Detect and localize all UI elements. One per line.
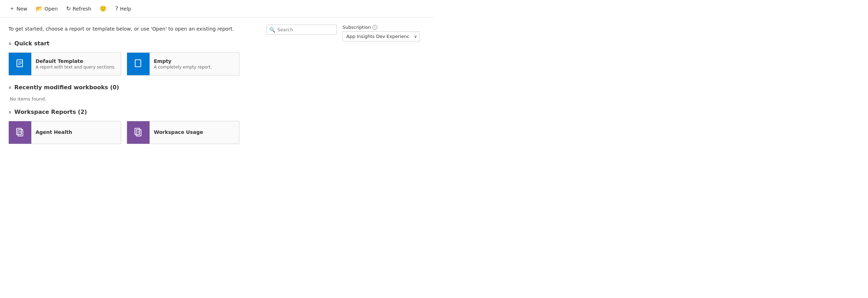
workspace-reports-header[interactable]: ∧ Workspace Reports (2) [8,109,426,115]
default-template-card[interactable]: Default Template A report with text and … [8,52,121,76]
workspace-usage-icon-box [127,121,150,144]
plus-icon: ＋ [9,5,15,12]
folder-icon: 📂 [36,5,43,12]
empty-icon-box [127,53,150,75]
empty-title: Empty [154,58,235,64]
new-label: New [17,6,27,12]
help-label: Help [120,6,131,12]
refresh-label: Refresh [73,6,91,12]
subscription-label-text: Subscription [342,25,371,30]
subscription-select[interactable]: App Insights Dev Experience [342,31,420,41]
refresh-icon: ↻ [66,5,71,12]
workspace-reports-cards: Agent Health Workspace Usage [8,121,426,144]
workspace-usage-title: Workspace Usage [154,129,235,135]
recently-modified-chevron-icon: ∧ [8,85,12,90]
empty-body: Empty A completely empty report. [150,55,239,73]
workspace-doc-icon [14,127,26,138]
empty-card[interactable]: Empty A completely empty report. [127,52,239,76]
recently-modified-title: Recently modified workbooks (0) [14,84,119,91]
default-template-title: Default Template [36,58,117,64]
workspace-usage-body: Workspace Usage [150,126,239,139]
search-input[interactable] [266,25,337,35]
subscription-label: Subscription i [342,25,420,30]
subscription-info-icon[interactable]: i [372,25,377,30]
quick-start-cards: Default Template A report with text and … [8,52,426,76]
recently-modified-header[interactable]: ∧ Recently modified workbooks (0) [8,84,426,91]
empty-document-icon [133,58,144,70]
quick-start-section: ∧ Quick start Default Template [8,40,426,76]
default-template-subtitle: A report with text and query sections. [36,65,117,70]
workspace-reports-section: ∧ Workspace Reports (2) Agent Health [8,109,426,144]
controls-row: 🔍 Subscription i App Insights Dev Experi… [266,25,420,41]
quick-start-title: Quick start [14,40,50,47]
recently-modified-section: ∧ Recently modified workbooks (0) No ite… [8,84,426,102]
workspace-reports-title: Workspace Reports (2) [14,109,87,115]
subscription-group: Subscription i App Insights Dev Experien… [342,25,420,41]
open-button[interactable]: 📂 Open [32,3,61,14]
refresh-button[interactable]: ↻ Refresh [63,3,95,14]
subscription-select-wrapper: App Insights Dev Experience ∨ [342,31,420,41]
workspace-reports-chevron-icon: ∧ [8,110,12,115]
default-template-body: Default Template A report with text and … [31,55,121,73]
agent-health-title: Agent Health [36,129,117,135]
agent-health-card[interactable]: Agent Health [8,121,121,144]
main-content: To get started, choose a report or templ… [0,18,434,161]
agent-health-body: Agent Health [31,126,121,139]
help-button[interactable]: 🙂 [96,3,110,14]
document-icon [14,58,26,70]
open-label: Open [45,6,58,12]
agent-health-icon-box [9,121,31,144]
new-button[interactable]: ＋ New [6,3,31,14]
help-question-button[interactable]: ? Help [112,3,134,14]
toolbar: ＋ New 📂 Open ↻ Refresh 🙂 ? Help [0,0,434,18]
empty-subtitle: A completely empty report. [154,65,235,70]
smiley-icon: 🙂 [100,5,107,12]
workspace-usage-doc-icon [133,127,144,138]
search-container: 🔍 [266,25,337,35]
question-icon: ? [115,5,118,12]
quick-start-chevron-icon: ∧ [8,41,12,46]
workspace-usage-card[interactable]: Workspace Usage [127,121,239,144]
no-items-text: No items found. [8,96,426,102]
default-template-icon-box [9,53,31,75]
svg-rect-4 [135,60,141,67]
